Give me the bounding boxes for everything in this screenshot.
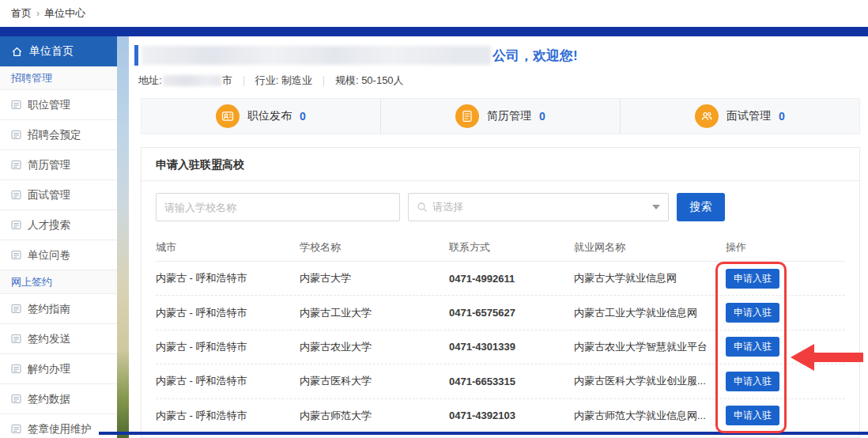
- cell-school: 内蒙古大学: [300, 271, 449, 285]
- cell-site: 内蒙古大学就业信息网: [574, 271, 726, 285]
- search-button[interactable]: 搜索: [677, 193, 725, 221]
- stat-count: 0: [779, 110, 785, 123]
- apply-button[interactable]: 申请入驻: [726, 406, 779, 425]
- sidebar-item-job-management[interactable]: 职位管理: [0, 90, 117, 120]
- document-icon: [11, 364, 21, 374]
- sidebar-item-label: 签约数据: [28, 392, 70, 406]
- sidebar-item-jobfair-booking[interactable]: 招聘会预定: [0, 120, 117, 150]
- cell-phone: 0471-6575627: [449, 307, 574, 319]
- stat-label: 职位发布: [247, 109, 292, 123]
- sidebar-item-label: 面试管理: [28, 188, 70, 202]
- table-row: 内蒙古 - 呼和浩特市 内蒙古大学 0471-4992611 内蒙古大学就业信息…: [156, 262, 845, 296]
- school-name-input[interactable]: [156, 193, 400, 221]
- sidebar-item-label: 签约发送: [28, 332, 70, 346]
- address-redacted: [163, 75, 221, 86]
- cell-city: 内蒙古 - 呼和浩特市: [156, 409, 300, 423]
- school-select[interactable]: 请选择: [408, 193, 669, 221]
- sidebar-item-label: 单位首页: [29, 44, 74, 59]
- sidebar-item-label: 人才搜索: [28, 218, 70, 232]
- sidebar-section-recruit: 招聘管理: [0, 66, 117, 90]
- document-icon: [11, 160, 21, 170]
- document-icon: [11, 424, 21, 434]
- sidebar-item-survey[interactable]: 单位问卷: [0, 240, 117, 270]
- schools-table: 城市 学校名称 联系方式 就业网名称 操作 内蒙古 - 呼和浩特市 内蒙古大学 …: [156, 233, 845, 433]
- select-placeholder: 请选择: [432, 200, 652, 214]
- apply-button[interactable]: 申请入驻: [726, 303, 779, 323]
- table-header: 城市 学校名称 联系方式 就业网名称 操作: [156, 233, 845, 262]
- apply-button[interactable]: 申请入驻: [726, 372, 779, 391]
- breadcrumb-current: 单位中心: [44, 6, 85, 21]
- stat-interview[interactable]: 面试管理 0: [620, 99, 859, 134]
- sidebar-item-label: 职位管理: [28, 98, 70, 112]
- sidebar-item-signing-send[interactable]: 签约发送: [0, 324, 117, 354]
- breadcrumb: 首页 › 单位中心: [0, 0, 868, 27]
- industry-label: 行业:: [255, 74, 279, 88]
- document-icon: [11, 304, 21, 314]
- col-phone: 联系方式: [449, 240, 574, 255]
- sidebar-item-label: 招聘会预定: [28, 128, 81, 142]
- cell-city: 内蒙古 - 呼和浩特市: [156, 306, 300, 320]
- document-icon: [11, 334, 21, 344]
- stat-label: 简历管理: [487, 109, 531, 123]
- cell-site: 内蒙古师范大学就业信息网...: [574, 409, 726, 423]
- stats-bar: 职位发布 0 简历管理 0 面试管理 0: [141, 98, 860, 134]
- meta-divider: [323, 76, 324, 86]
- sidebar-item-termination[interactable]: 解约办理: [0, 354, 117, 384]
- company-name-redacted: [142, 46, 491, 65]
- sidebar-item-home[interactable]: 单位首页: [0, 36, 117, 66]
- cell-site: 内蒙古工业大学就业信息网: [574, 306, 726, 320]
- cell-phone: 0471-4392103: [449, 410, 574, 421]
- apply-button[interactable]: 申请入驻: [726, 269, 779, 289]
- document-icon: [11, 250, 21, 260]
- section-title: 申请入驻联盟高校: [142, 148, 859, 181]
- search-icon: [417, 202, 428, 213]
- col-site: 就业网名称: [574, 240, 726, 255]
- document-icon: [11, 130, 21, 140]
- sidebar-item-label: 解约办理: [28, 362, 70, 376]
- breadcrumb-separator: ›: [36, 8, 40, 19]
- stat-resume[interactable]: 简历管理 0: [380, 99, 620, 134]
- table-row: 内蒙古 - 呼和浩特市 内蒙古医科大学 0471-6653315 内蒙古医科大学…: [156, 364, 845, 398]
- background-photo-gutter: [117, 36, 129, 438]
- welcome-text: 公司，欢迎您!: [492, 47, 578, 65]
- interview-icon: [695, 104, 719, 128]
- stat-count: 0: [300, 110, 306, 123]
- table-row: 内蒙古 - 呼和浩特市 内蒙古师范大学 0471-4392103 内蒙古师范大学…: [156, 399, 845, 433]
- industry-value: 制造业: [281, 74, 312, 88]
- sidebar-item-label: 单位问卷: [28, 248, 70, 262]
- company-meta: 地址: 市 行业: 制造业 规模: 50-150人: [138, 73, 404, 89]
- sidebar-section-online-signing: 网上签约: [0, 270, 117, 294]
- sidebar-item-talent-search[interactable]: 人才搜索: [0, 210, 117, 240]
- bottom-divider-bar: [99, 432, 868, 435]
- cell-school: 内蒙古工业大学: [300, 306, 449, 320]
- cell-site: 内蒙古农业大学智慧就业平台: [574, 340, 726, 354]
- cell-phone: 0471-4301339: [449, 341, 574, 353]
- sidebar-item-label: 签章使用维护: [28, 422, 92, 436]
- sidebar-item-label: 简历管理: [28, 158, 70, 172]
- scale-label: 规模:: [335, 74, 359, 88]
- cell-school: 内蒙古医科大学: [300, 374, 449, 388]
- table-row: 内蒙古 - 呼和浩特市 内蒙古工业大学 0471-6575627 内蒙古工业大学…: [156, 296, 845, 330]
- job-post-icon: [216, 104, 240, 128]
- sidebar-item-resume-management[interactable]: 简历管理: [0, 150, 117, 180]
- document-icon: [11, 220, 21, 230]
- resume-icon: [455, 104, 479, 128]
- top-divider-bar: [0, 27, 868, 36]
- welcome-header: 公司，欢迎您!: [134, 44, 578, 66]
- cell-school: 内蒙古农业大学: [300, 340, 449, 354]
- breadcrumb-home[interactable]: 首页: [11, 6, 32, 21]
- sidebar-item-label: 签约指南: [28, 302, 70, 316]
- document-icon: [11, 190, 21, 200]
- address-label: 地址:: [138, 74, 162, 88]
- search-row: 请选择 搜索: [156, 193, 845, 221]
- sidebar-item-signing-guide[interactable]: 签约指南: [0, 294, 117, 324]
- sidebar-item-interview-management[interactable]: 面试管理: [0, 180, 117, 210]
- apply-button[interactable]: 申请入驻: [726, 337, 779, 357]
- cell-phone: 0471-4992611: [449, 273, 574, 285]
- document-icon: [11, 100, 21, 110]
- sidebar: 单位首页 招聘管理 职位管理 招聘会预定 简历管理 面试管理 人才搜索 单位问卷…: [0, 36, 117, 438]
- alliance-schools-section: 申请入驻联盟高校 请选择 搜索 城市 学校名称 联系方式 就业网名称 操作: [141, 147, 860, 438]
- scale-value: 50-150人: [361, 74, 403, 88]
- sidebar-item-signing-data[interactable]: 签约数据: [0, 384, 117, 414]
- stat-job-post[interactable]: 职位发布 0: [142, 99, 380, 134]
